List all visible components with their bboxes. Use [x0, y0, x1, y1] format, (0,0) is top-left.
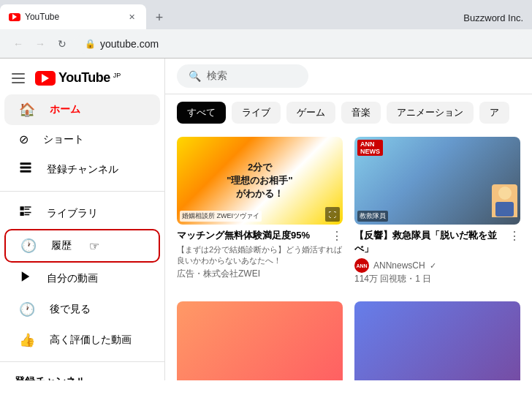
- svg-rect-4: [25, 206, 31, 208]
- svg-marker-9: [22, 271, 30, 282]
- youtube-app: YouTube JP 🏠 ホーム ⊘ ショート 登録チャンネル ライブラリ: [0, 59, 532, 380]
- filter-all[interactable]: すべて: [177, 102, 226, 124]
- video-header-2: 【反響】救急隊員「脱いだ靴を並べ」 ⋮: [354, 229, 520, 255]
- browser-chrome: YouTube ✕ + Buzzword Inc. ← → ↻ 🔒 youtub…: [0, 0, 532, 59]
- sidebar-item-history-label: 履歴: [51, 239, 72, 252]
- filter-game[interactable]: ゲーム: [286, 102, 335, 124]
- video-title-1: マッチング無料体験満足度95%: [177, 229, 328, 242]
- sidebar-item-subscriptions-label: 登録チャンネル: [47, 163, 118, 176]
- sidebar-header: YouTube JP: [0, 64, 164, 94]
- tab-title: YouTube: [25, 12, 121, 22]
- svg-rect-1: [20, 167, 31, 169]
- back-button[interactable]: ←: [9, 34, 28, 53]
- sidebar-item-history[interactable]: 🕐 履歴 ☞: [4, 229, 160, 263]
- my-videos-icon: [19, 270, 32, 287]
- watch-later-icon: 🕐: [19, 301, 35, 317]
- divider-2: [0, 361, 164, 362]
- svg-rect-3: [20, 206, 24, 210]
- ad-sponsor-1: 広告・株式会社ZWEI: [177, 268, 343, 280]
- yt-logo-jp: JP: [113, 72, 121, 79]
- cursor-pointer: ☞: [89, 239, 99, 253]
- yt-topbar: 🔍 検索: [165, 59, 532, 94]
- filter-more[interactable]: ア: [479, 102, 509, 124]
- sidebar-item-my-videos-label: 自分の動画: [47, 272, 98, 285]
- liked-icon: 👍: [19, 332, 35, 348]
- hamburger-line-1: [12, 73, 25, 75]
- new-tab-button[interactable]: +: [149, 7, 170, 28]
- section-title: 登録チャンネル: [0, 368, 164, 380]
- sidebar-item-home[interactable]: 🏠 ホーム: [4, 94, 160, 125]
- video-info-1: マッチング無料体験満足度95% ⋮ 【まずは2分で結婚診断から】どう婚活すれば良…: [177, 225, 343, 285]
- svg-rect-5: [25, 208, 30, 210]
- svg-rect-2: [20, 170, 31, 173]
- youtube-tab[interactable]: YouTube ✕: [0, 4, 146, 29]
- sidebar-item-shorts-label: ショート: [43, 133, 84, 146]
- library-icon: [19, 205, 32, 222]
- sidebar-item-home-label: ホーム: [50, 103, 80, 116]
- search-bar[interactable]: 🔍 検索: [177, 64, 308, 88]
- tab-bar: YouTube ✕ + Buzzword Inc.: [0, 0, 532, 29]
- yt-favicon-icon: [9, 13, 20, 21]
- yt-logo-icon: [35, 71, 56, 86]
- home-icon: 🏠: [19, 102, 35, 118]
- more-options-1[interactable]: ⋮: [331, 229, 343, 243]
- expand-icon: ⛶: [325, 207, 340, 222]
- hamburger-menu[interactable]: [12, 73, 25, 83]
- channel-row-2: ANN ANNnewsCH ✓: [354, 258, 520, 273]
- tab-close-button[interactable]: ✕: [126, 11, 137, 23]
- video-grid: 2分で"理想のお相手"がわかる！ 婚姻相談所 ZWEIツヴァイ ⛶ マッチング無…: [165, 131, 532, 380]
- sidebar: YouTube JP 🏠 ホーム ⊘ ショート 登録チャンネル ライブラリ: [0, 59, 165, 380]
- filter-bar: すべて ライブ ゲーム 音楽 アニメーション ア: [165, 94, 532, 131]
- sidebar-item-liked-label: 高く評価した動画: [50, 334, 132, 347]
- sidebar-item-watch-later[interactable]: 🕐 後で見る: [4, 294, 160, 325]
- yt-logo-text: YouTube: [58, 70, 110, 86]
- shorts-icon: ⊘: [19, 132, 28, 146]
- video-title-2: 【反響】救急隊員「脱いだ靴を並べ」: [354, 229, 506, 255]
- ad-label-1: 【まずは2分で結婚診断から】どう婚活すれば良いかわからないあなたへ！: [177, 244, 343, 266]
- lock-icon: 🔒: [85, 39, 96, 49]
- sidebar-item-watch-later-label: 後で見る: [50, 303, 91, 316]
- video-meta-2: 114万 回視聴・1 日: [354, 273, 520, 285]
- filter-live[interactable]: ライブ: [232, 102, 281, 124]
- thumbnail-2: ANNNEWS 教救隊員: [354, 137, 520, 225]
- sidebar-item-my-videos[interactable]: 自分の動画: [4, 263, 160, 294]
- refresh-button[interactable]: ↻: [53, 34, 72, 53]
- filter-music[interactable]: 音楽: [341, 102, 381, 124]
- thumbnail-1: 2分で"理想のお相手"がわかる！ 婚姻相談所 ZWEIツヴァイ ⛶: [177, 137, 343, 225]
- svg-rect-6: [20, 212, 24, 216]
- forward-button[interactable]: →: [31, 34, 50, 53]
- video-header-1: マッチング無料体験満足度95% ⋮: [177, 229, 343, 243]
- search-icon: 🔍: [189, 70, 201, 82]
- svg-rect-7: [25, 212, 31, 214]
- video-card-3[interactable]: [177, 301, 343, 380]
- video-card-1[interactable]: 2分で"理想のお相手"がわかる！ 婚姻相談所 ZWEIツヴァイ ⛶ マッチング無…: [177, 137, 343, 290]
- address-bar: ← → ↻ 🔒 youtube.com: [0, 29, 532, 59]
- verified-icon-2: ✓: [430, 261, 436, 271]
- sidebar-item-subscriptions[interactable]: 登録チャンネル: [4, 154, 160, 185]
- video-info-2: 【反響】救急隊員「脱いだ靴を並べ」 ⋮ ANN ANNnewsCH ✓ 114万…: [354, 225, 520, 290]
- channel-icon-2: ANN: [354, 258, 369, 273]
- address-text: youtube.com: [100, 38, 159, 50]
- yt-logo[interactable]: YouTube JP: [35, 70, 121, 86]
- search-placeholder: 検索: [207, 69, 227, 83]
- divider-1: [0, 191, 164, 192]
- hamburger-line-3: [12, 82, 25, 83]
- sidebar-item-library[interactable]: ライブラリ: [4, 198, 160, 229]
- hamburger-line-2: [12, 78, 25, 79]
- history-icon: 🕐: [20, 238, 37, 254]
- thumbnail-3: [177, 301, 343, 380]
- video-card-4[interactable]: [354, 301, 520, 380]
- sidebar-item-liked[interactable]: 👍 高く評価した動画: [4, 325, 160, 356]
- channel-name-2: ANNnewsCH: [373, 260, 425, 271]
- thumbnail-4: [354, 301, 520, 380]
- sidebar-item-shorts[interactable]: ⊘ ショート: [4, 125, 160, 154]
- subscriptions-icon: [19, 161, 32, 178]
- video-card-2[interactable]: ANNNEWS 教救隊員 【反響】救急隊員「脱いだ靴を並べ」 ⋮: [354, 137, 520, 290]
- svg-rect-0: [20, 162, 31, 165]
- filter-animation[interactable]: アニメーション: [387, 102, 474, 124]
- address-input[interactable]: 🔒 youtube.com: [75, 34, 523, 54]
- more-options-2[interactable]: ⋮: [509, 229, 520, 243]
- sidebar-item-library-label: ライブラリ: [47, 207, 98, 220]
- svg-rect-8: [25, 214, 30, 216]
- main-content: 🔍 検索 すべて ライブ ゲーム 音楽 アニメーション ア 2分で"理想のお相手…: [165, 59, 532, 380]
